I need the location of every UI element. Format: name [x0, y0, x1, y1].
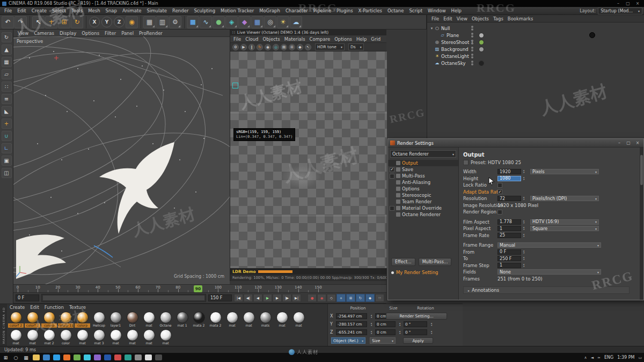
stepper[interactable]: ▴▾: [522, 250, 526, 254]
dropdown-film-aspect[interactable]: HDTV (16:9)▾: [530, 219, 599, 225]
stepper[interactable]: ▴▾: [398, 330, 402, 335]
edges-mode-icon[interactable]: ≡: [2, 94, 12, 104]
annotations-section[interactable]: ▸ Annotations: [463, 286, 630, 294]
app-purple-icon[interactable]: [94, 354, 101, 360]
polygons-mode-icon[interactable]: ◣: [2, 106, 12, 116]
materials-menu-texture[interactable]: Texture: [67, 305, 88, 310]
viewport-menu-options[interactable]: Options: [79, 31, 101, 36]
app-dark-icon[interactable]: [155, 354, 162, 360]
preview-range-slider[interactable]: [41, 294, 206, 302]
material-item[interactable]: layer1: [107, 311, 124, 328]
viewport-filter-icon[interactable]: ◫: [2, 168, 12, 178]
tag-icon[interactable]: [479, 47, 484, 52]
prev-key-button[interactable]: ◀|: [244, 294, 253, 302]
materials-menu-function[interactable]: Function: [42, 305, 66, 310]
add-cube-button[interactable]: ■: [187, 16, 199, 28]
y-axis-lock-button[interactable]: Y: [101, 17, 112, 27]
task-view-icon[interactable]: ▦: [23, 354, 30, 360]
stepper[interactable]: ▴▾: [429, 322, 434, 327]
lv-menu-compare[interactable]: Compare: [308, 36, 333, 42]
visibility-toggle-render[interactable]: [471, 28, 473, 31]
material-tag-icon[interactable]: [589, 32, 595, 38]
ds-dropdown[interactable]: Ds ▾: [348, 43, 364, 50]
stepper[interactable]: ▴▾: [522, 226, 526, 231]
menu-render[interactable]: Render: [170, 8, 191, 14]
stepper[interactable]: ▴▾: [369, 314, 374, 319]
stepper[interactable]: ▴▾: [522, 176, 526, 181]
tray-expand-icon[interactable]: ∧: [584, 356, 587, 360]
rs-section-team-render[interactable]: Team Render: [388, 198, 458, 205]
record-scale-toggle[interactable]: ⊞: [346, 294, 355, 302]
tag-icon[interactable]: [479, 33, 484, 38]
input-frame-step[interactable]: 1: [497, 263, 521, 268]
stepper[interactable]: ▴▾: [522, 233, 526, 238]
material-item[interactable]: mat: [24, 329, 41, 345]
redo-icon[interactable]: ↷: [14, 16, 27, 28]
visibility-toggle-render[interactable]: [471, 63, 473, 65]
viewport-menu-cameras[interactable]: Cameras: [32, 31, 56, 36]
snap-icon[interactable]: ∪: [2, 131, 12, 141]
coord-pos-y[interactable]: -280.157 cm: [336, 321, 367, 327]
add-camera-button[interactable]: ◎: [264, 16, 276, 28]
record-rotation-toggle[interactable]: ↻: [356, 294, 365, 302]
renderer-dropdown[interactable]: Octane Renderer ▾: [390, 150, 456, 158]
material-item[interactable]: mats: [257, 311, 274, 328]
dropdown-fields[interactable]: None▾: [497, 269, 601, 275]
multipass-button[interactable]: Multi-Pass...: [419, 258, 452, 266]
object-row-octanelight[interactable]: ☀OctaneLight: [427, 53, 644, 60]
lv-menu-file[interactable]: File: [231, 36, 243, 42]
visibility-toggle-render[interactable]: [471, 35, 473, 38]
material-item[interactable]: mata 2: [207, 311, 224, 328]
viewport-menu-filter[interactable]: Filter: [103, 31, 118, 36]
stepper[interactable]: ▴▾: [522, 169, 526, 174]
coord-rot-y[interactable]: 0 °: [404, 321, 427, 327]
material-item[interactable]: mat 3: [91, 329, 107, 345]
clock[interactable]: 1:39 PM: [617, 355, 634, 360]
visibility-toggle-editor[interactable]: [471, 61, 473, 63]
material-item[interactable]: mat: [274, 311, 290, 328]
om-menu-view[interactable]: View: [455, 16, 470, 21]
add-light-button[interactable]: ☀: [277, 16, 289, 28]
materials-menu-edit[interactable]: Edit: [28, 305, 41, 310]
checkbox-multi-pass[interactable]: [390, 174, 394, 179]
material-item[interactable]: mat: [74, 329, 91, 345]
checkbox-save[interactable]: [390, 167, 394, 172]
menu-select[interactable]: Select: [49, 8, 69, 14]
record-position-toggle[interactable]: +: [336, 294, 346, 302]
next-frame-button[interactable]: ▶: [273, 294, 282, 302]
visibility-toggle-editor[interactable]: [471, 47, 473, 49]
material-item[interactable]: mat: [240, 311, 257, 328]
lv-camera-icon[interactable]: ◎: [273, 44, 279, 50]
menu-create[interactable]: Create: [29, 8, 49, 14]
minimize-button[interactable]: –: [614, 1, 623, 6]
input-height[interactable]: 1080: [497, 176, 521, 181]
z-axis-lock-button[interactable]: Z: [114, 17, 125, 27]
material-item[interactable]: colorf 2: [8, 311, 24, 328]
apply-button[interactable]: Apply: [403, 337, 433, 344]
close-button[interactable]: ×: [633, 1, 642, 6]
lv-play-icon[interactable]: ▶: [240, 44, 247, 50]
workplane-lock-icon[interactable]: ▣: [2, 156, 12, 166]
stepper[interactable]: ▴▾: [522, 220, 526, 224]
coord-rot-z[interactable]: 0 °: [404, 329, 427, 335]
app-media-icon[interactable]: [74, 354, 80, 360]
add-environment-button[interactable]: ☁: [290, 16, 302, 28]
search-icon[interactable]: ○: [12, 354, 19, 360]
add-deformer-button[interactable]: ◆: [238, 16, 251, 28]
app-firefox-icon[interactable]: [63, 354, 70, 360]
tag-icon[interactable]: [479, 40, 484, 45]
input-film-aspect[interactable]: 1.778: [497, 219, 521, 225]
lv-refresh-icon[interactable]: ↻: [257, 44, 263, 50]
app-browser-icon[interactable]: [43, 354, 50, 360]
prev-frame-button[interactable]: ◀: [253, 294, 262, 302]
stepper[interactable]: ▴▾: [522, 256, 526, 261]
om-menu-tags[interactable]: Tags: [491, 16, 506, 21]
points-mode-icon[interactable]: ∷: [2, 82, 12, 92]
menu-motion-tracker[interactable]: Motion Tracker: [218, 8, 257, 14]
menu-character[interactable]: Character: [283, 8, 311, 14]
notifications-icon[interactable]: ▭: [638, 356, 642, 360]
scale-tool-icon[interactable]: ⊞: [58, 16, 70, 28]
rs-section-stereoscopic[interactable]: Stereoscopic: [388, 192, 458, 198]
app-white-icon[interactable]: [145, 354, 152, 360]
om-menu-bookmarks[interactable]: Bookmarks: [506, 16, 536, 21]
